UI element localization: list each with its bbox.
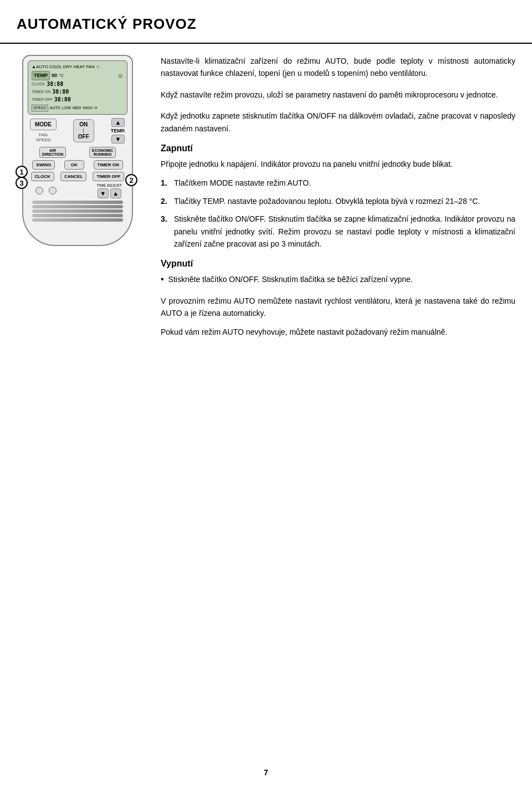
step-2-num: 2. (161, 195, 170, 207)
slider-bar-5 (32, 218, 123, 222)
auto-icon: ▲AUTO (32, 64, 48, 70)
vypnuti-item-1: • Stiskněte tlačítko ON/OFF. Stisknutím … (161, 273, 515, 285)
slider-bar-2 (32, 205, 123, 208)
swing-ok-timeron-row: SWING OK TIMER ON (29, 160, 126, 170)
circle-label-1: 1 (16, 166, 28, 178)
remote-body: ▲AUTO COOL DRY HEAT FAN ☆ TEMP 00 °C (22, 55, 133, 246)
right-content: Nastavíte-li klimatizační zařízení do re… (161, 55, 515, 345)
remote-display: ▲AUTO COOL DRY HEAT FAN ☆ TEMP 00 °C (28, 60, 127, 115)
step-3-num: 3. (161, 213, 170, 250)
section-zapnuti-title: Zapnutí (161, 144, 515, 153)
air-direction-button[interactable]: AIRDIRECTION (39, 147, 66, 158)
smiley-icon: ☺ (117, 71, 124, 80)
slider-bar-4 (32, 214, 123, 217)
step-3: 3. Stiskněte tlačítko ON/OFF. Stisknutím… (161, 213, 515, 250)
vypnuti-list: • Stiskněte tlačítko ON/OFF. Stisknutím … (161, 273, 515, 285)
air-economic-row: AIRDIRECTION ECONOMICRUNNING (29, 147, 126, 158)
temp-label-btn: TEMP. (111, 128, 125, 134)
bullet-dot-1: • (161, 273, 164, 285)
vypnuti-text-1: Stiskněte tlačítko ON/OFF. Stisknutím tl… (168, 273, 413, 285)
slider-bar-3 (32, 209, 123, 213)
remote-area: 1 3 2 ▲AUTO COOL DRY HEAT FAN ☆ (17, 55, 144, 345)
step-3-text: Stiskněte tlačítko ON/OFF. Stisknutím tl… (174, 213, 515, 250)
time-down-button[interactable]: ▼ (98, 188, 109, 198)
remote-on-off-row: MODE FANSPEED ON OFF ▲ TEMP (30, 118, 125, 144)
swing-button[interactable]: SWING (32, 160, 55, 170)
mode-button[interactable]: MODE (30, 119, 57, 130)
section-vypnuti-title: Vypnutí (161, 259, 515, 269)
timer-on-button[interactable]: TIMER ON (94, 160, 123, 170)
off-label: OFF (78, 134, 89, 140)
slider-bar-1 (32, 201, 123, 204)
time-adjust-label: TIME ADJUST (96, 183, 122, 187)
temp-down-button[interactable]: ▼ (111, 135, 125, 144)
steps-list: 1. Tlačítkem MODE nastavte režim AUTO. 2… (161, 177, 515, 250)
clock-label-display: CLOCK (32, 81, 45, 87)
temp-label-display: TEMP (34, 73, 48, 78)
clock-cancel-timeroff-row: CLOCK CANCEL TIMER OFF (29, 172, 126, 181)
circle-btn-1[interactable] (35, 187, 43, 195)
fan-speed-label: FANSPEED (35, 132, 50, 142)
speed-med: MED (73, 105, 81, 111)
page-number: 7 (264, 768, 268, 777)
clock-time: 38:88 (47, 80, 63, 88)
step-2: 2. Tlačítky TEMP. nastavte požadovanou t… (161, 195, 515, 207)
temp-digits: 00 (52, 72, 57, 79)
speed-label-display: SPEED (32, 105, 48, 111)
speed-low: LOW (62, 105, 71, 111)
speed-icon: ⟳ (94, 105, 98, 111)
circle-label-2: 2 (125, 174, 137, 186)
step-1: 1. Tlačítkem MODE nastavte režim AUTO. (161, 177, 515, 189)
display-icons-top: ▲AUTO COOL DRY HEAT FAN ☆ (32, 64, 124, 70)
page-title: AUTOMATICKÝ PROVOZ (0, 0, 532, 44)
cool-label: COOL (49, 64, 62, 70)
temp-btn-group: ▲ TEMP. ▼ (111, 118, 125, 144)
step-2-text: Tlačítky TEMP. nastavte požadovanou tepl… (174, 195, 480, 207)
timer-off-time: 38:80 (54, 96, 71, 104)
time-adjust-group: TIME ADJUST ▼ ▲ (96, 183, 122, 198)
degree-symbol: °C (59, 73, 64, 79)
fan-label: FAN (86, 64, 95, 70)
timer-off-button[interactable]: TIMER OFF (93, 172, 124, 181)
footer-para2: Pokud vám režim AUTO nevyhovuje, můžete … (161, 326, 515, 338)
circle-btns (35, 187, 57, 195)
circles-time-row: TIME ADJUST ▼ ▲ (31, 183, 124, 198)
on-label: ON (79, 121, 88, 128)
display-temp-row: TEMP 00 °C ☺ (32, 71, 124, 80)
display-timer-off-row: TIMER OFF 38:80 (32, 96, 124, 104)
circle-label-3: 3 (16, 177, 28, 189)
on-off-switch[interactable]: ON OFF (73, 119, 94, 142)
para2: Když jednotku zapnete stisknutím tlačítk… (161, 110, 515, 135)
dry-label: DRY (63, 64, 73, 70)
heat-label: HEAT (73, 64, 85, 70)
clock-button[interactable]: CLOCK (31, 172, 54, 181)
slider-bars (32, 201, 123, 222)
economic-running-button[interactable]: ECONOMICRUNNING (89, 147, 116, 158)
para1: Když nastavíte režim provozu, uloží se p… (161, 89, 515, 101)
footer-para1: V provozním režimu AUTO nemůžete nastavi… (161, 295, 515, 320)
display-clock-row: CLOCK 38:88 (32, 80, 124, 88)
temp-indicator: TEMP (32, 71, 50, 80)
display-speed-row: SPEED AUTO LOW MED HIGH ⟳ (32, 105, 124, 111)
step-1-num: 1. (161, 177, 170, 189)
star-icon: ☆ (96, 64, 100, 70)
circle-btn-2[interactable] (49, 187, 57, 195)
speed-high: HIGH (83, 105, 93, 111)
step-1-text: Tlačítkem MODE nastavte režim AUTO. (174, 177, 311, 189)
speed-auto: AUTO (50, 105, 60, 111)
intro-paragraph: Nastavíte-li klimatizační zařízení do re… (161, 55, 515, 80)
ok-button[interactable]: OK (64, 160, 84, 170)
temp-up-button[interactable]: ▲ (111, 118, 125, 127)
timer-on-label-display: TIMER ON (32, 89, 50, 95)
cancel-button[interactable]: CANCEL (60, 172, 86, 181)
zapnuti-intro: Připojte jednotku k napájení. Indikátor … (161, 158, 515, 170)
time-up-button[interactable]: ▲ (110, 188, 121, 198)
timer-off-label-display: TIMER OFF (32, 97, 53, 103)
display-timer-on-row: TIMER ON 38:80 (32, 88, 124, 96)
timer-on-time: 38:80 (52, 88, 69, 96)
